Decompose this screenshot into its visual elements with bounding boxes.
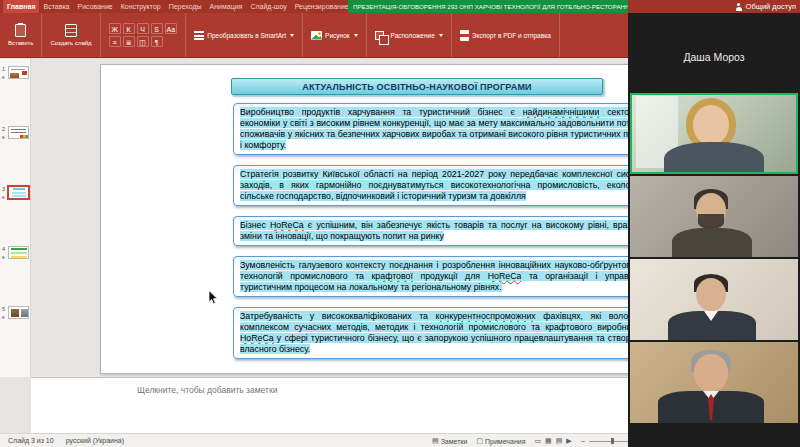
comments-toggle-label: Примечания [485, 438, 525, 445]
format-row-2: ≡≣◫¶ [109, 36, 178, 47]
slide-thumbnail-1[interactable]: 1★ [0, 65, 30, 125]
format-icon[interactable]: ¶ [151, 36, 163, 47]
new-slide-button[interactable]: Создать слайд [50, 24, 91, 46]
format-icon[interactable]: К [123, 23, 135, 34]
notes-toggle[interactable]: ▤ Заметки [432, 437, 467, 445]
smartart-button[interactable]: Преобразовать в SmartArt [194, 30, 294, 40]
comments-toggle[interactable]: ▢ Примечания [476, 437, 525, 445]
zoom-out-button[interactable]: − [581, 438, 585, 445]
share-button-label: Общий доступ [746, 2, 796, 11]
share-button[interactable]: Общий доступ [735, 0, 796, 13]
picture-icon [311, 31, 322, 40]
new-slide-icon [65, 24, 77, 37]
slide-text-block-1[interactable]: Виробництво продуктів харчування та тури… [233, 103, 657, 155]
arrange-label: Расположение [391, 32, 435, 39]
notes-icon: ▤ [432, 437, 439, 445]
tab-1[interactable]: Главная [3, 0, 39, 13]
tab-5[interactable]: Переходы [165, 0, 206, 13]
smartart-group: Преобразовать в SmartArt [186, 13, 303, 57]
text-run: HoReCa [488, 271, 522, 281]
text-run: конкурентноспроможних [436, 311, 536, 321]
slide-number: 3 [2, 186, 5, 192]
slide-title[interactable]: АКТУАЛЬНІСТЬ ОСВІТНЬО-НАУКОВОЇ ПРОГРАМИ [231, 78, 603, 95]
participant-video-1[interactable] [630, 93, 798, 174]
picture-label: Рисунок [325, 32, 350, 39]
picture-button[interactable]: Рисунок [311, 31, 358, 40]
new-slide-label: Создать слайд [50, 40, 91, 46]
tab-3[interactable]: Рисование [74, 0, 117, 13]
animation-star-icon: ★ [1, 74, 5, 80]
slide-thumbnail-3[interactable]: 3★ [0, 185, 30, 245]
arrange-group: Расположение [367, 13, 452, 57]
thumbnail-preview[interactable] [8, 246, 29, 259]
thumbnail-preview[interactable] [8, 126, 29, 139]
animation-star-icon: ★ [1, 194, 5, 200]
slide-thumbnail-4[interactable]: 4★ [0, 245, 30, 305]
format-icon[interactable]: Ч [137, 23, 149, 34]
format-icon[interactable]: S [151, 23, 163, 34]
text-run: Виробництво продуктів харчування та тури… [240, 107, 523, 117]
format-icon[interactable]: ◫ [137, 36, 149, 47]
slide-text-block-5[interactable]: Затребуваність у висококваліфікованих та… [233, 307, 657, 359]
tab-6[interactable]: Анимация [206, 0, 247, 13]
chevron-down-icon [439, 34, 443, 37]
pdf-icon [460, 30, 469, 41]
slide-number: 2 [2, 126, 5, 132]
slide-number: 1 [2, 66, 5, 72]
format-icon[interactable]: Ж [109, 23, 121, 34]
text-run: Затребуваність у висококваліфікованих та [240, 311, 436, 321]
participant-tiles [630, 93, 798, 423]
slide-thumbnail-5[interactable]: 5★ [0, 305, 30, 365]
format-icon[interactable]: ≣ [123, 36, 135, 47]
tab-7[interactable]: Слайд-шоу [246, 0, 290, 13]
font-paragraph-group: ЖКЧSАа ≡≣◫¶ [101, 13, 187, 57]
paste-icon [15, 24, 26, 37]
view-button[interactable]: ▭ [534, 437, 541, 445]
export-pdf-button[interactable]: Экспорт в PDF и отправка [460, 30, 551, 41]
paste-label: Вставить [8, 40, 33, 46]
text-run: найдинамічнішими [523, 107, 600, 117]
view-buttons: ▭▦▤▶ [534, 437, 571, 445]
thumbnail-preview[interactable] [8, 186, 29, 199]
powerpoint-titlebar: ГлавнаяВставкаРисованиеКонструкторПерехо… [0, 0, 800, 13]
head-shape [696, 278, 726, 311]
tab-4[interactable]: Конструктор [117, 0, 165, 13]
participant-video-3[interactable] [630, 259, 798, 340]
picture-group: Рисунок [303, 13, 367, 57]
slide-canvas[interactable]: АКТУАЛЬНІСТЬ ОСВІТНЬО-НАУКОВОЇ ПРОГРАМИ … [100, 64, 651, 374]
beard-shape [698, 214, 724, 229]
slide-number: 5 [2, 306, 5, 312]
comments-icon: ▢ [476, 437, 483, 445]
text-run: у сфері туристичного бізнесу, що є запор… [240, 333, 650, 354]
head-shape [694, 354, 728, 392]
format-icon[interactable]: Аа [165, 23, 178, 34]
animation-star-icon: ★ [1, 254, 5, 260]
slide-thumbnail-2[interactable]: 2★ [0, 125, 30, 185]
slide-text-block-4[interactable]: Зумовленість галузевого контексту поєдна… [233, 256, 657, 297]
chevron-down-icon [290, 34, 294, 37]
participant-video-2[interactable] [630, 176, 798, 257]
tab-2[interactable]: Вставка [39, 0, 73, 13]
tab-8[interactable]: Рецензирование [291, 0, 353, 13]
export-group: Экспорт в PDF и отправка [452, 13, 560, 57]
text-run: Бізнес [240, 220, 270, 230]
language-indicator[interactable]: русский (Украина) [66, 437, 124, 444]
arrange-icon [375, 31, 384, 40]
thumbnail-preview[interactable] [8, 306, 29, 319]
notes-placeholder: Щелкните, чтобы добавить заметки [137, 385, 277, 395]
slide-text-block-2[interactable]: Стратегія розвитку Київської області на … [233, 165, 657, 206]
export-pdf-label: Экспорт в PDF и отправка [472, 32, 551, 39]
smartart-label: Преобразовать в SmartArt [207, 32, 286, 39]
paste-button[interactable]: Вставить [8, 24, 33, 46]
person-icon [735, 2, 743, 11]
thumbnail-preview[interactable] [8, 66, 29, 79]
view-button[interactable]: ▦ [545, 437, 552, 445]
view-button[interactable]: ▶ [566, 437, 571, 445]
format-icon[interactable]: ≡ [109, 36, 121, 47]
zoom-slider-knob[interactable] [611, 438, 614, 444]
participant-video-4[interactable] [630, 342, 798, 423]
view-button[interactable]: ▤ [556, 437, 563, 445]
animation-star-icon: ★ [1, 134, 5, 140]
slide-text-block-3[interactable]: Бізнес HoReCa є успішним, він забезпечує… [233, 216, 657, 246]
arrange-button[interactable]: Расположение [375, 31, 443, 40]
